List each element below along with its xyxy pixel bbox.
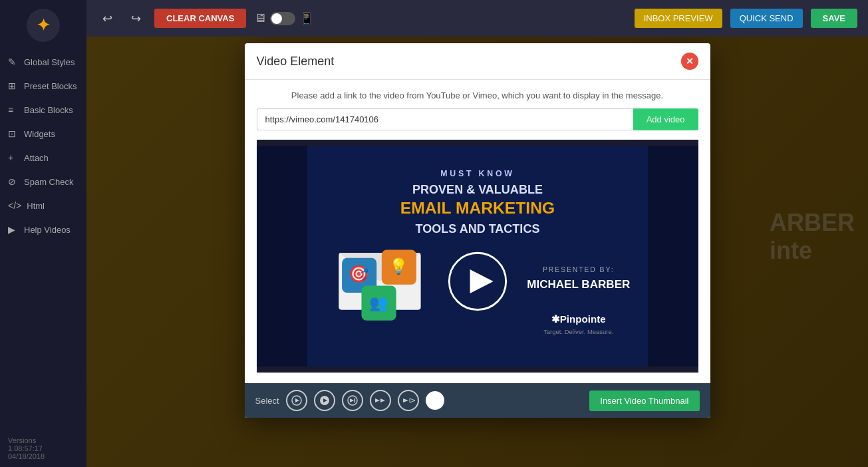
player-btn-3[interactable] (342, 390, 363, 411)
view-toggle: 🖥 📱 (254, 11, 314, 26)
svg-marker-26 (350, 398, 354, 402)
versions-number: 1.08:57:17 04/18/2018 (8, 444, 78, 460)
widget-icon: ⊡ (8, 128, 19, 139)
logo-icon: ✦ (27, 9, 60, 42)
modal-overlay: Video Element ✕ Please add a link to the… (86, 37, 868, 467)
select-label: Select (255, 396, 279, 406)
logo: ✦ (0, 0, 86, 50)
sidebar-item-label: Html (27, 201, 45, 211)
video-element-modal: Video Element ✕ Please add a link to the… (245, 43, 710, 418)
svg-text:Target. Deliver. Measure.: Target. Deliver. Measure. (543, 328, 613, 335)
svg-marker-28 (375, 398, 380, 402)
svg-text:👥: 👥 (369, 293, 388, 312)
svg-text:TOOLS AND TACTICS: TOOLS AND TACTICS (415, 222, 539, 235)
svg-marker-22 (295, 398, 299, 402)
svg-text:✱Pinpointe: ✱Pinpointe (551, 313, 605, 325)
modal-body: Please add a link to the video from YouT… (245, 80, 710, 383)
attach-icon: + (8, 152, 19, 163)
modal-close-button[interactable]: ✕ (681, 53, 698, 70)
sidebar-item-label: Attach (24, 153, 49, 163)
svg-text:PRESENTED BY:: PRESENTED BY: (543, 266, 614, 273)
player-btn-4[interactable] (370, 390, 391, 411)
sidebar-item-label: Basic Blocks (24, 105, 73, 115)
player-circle[interactable] (426, 391, 444, 410)
svg-text:💡: 💡 (389, 257, 408, 275)
sidebar-item-label: Widgets (24, 129, 55, 139)
svg-text:PROVEN & VALUABLE: PROVEN & VALUABLE (412, 183, 543, 196)
list-icon: ≡ (8, 104, 19, 115)
modal-title: Video Element (257, 55, 335, 69)
add-video-button[interactable]: Add video (633, 108, 698, 130)
paint-icon: ✎ (8, 57, 19, 67)
toggle-knob (271, 13, 282, 24)
inbox-preview-button[interactable]: INBOX PREVIEW (635, 9, 722, 28)
svg-text:🎯: 🎯 (349, 264, 369, 284)
sidebar-item-attach[interactable]: + Attach (0, 146, 86, 170)
redo-button[interactable]: ↪ (126, 9, 146, 29)
desktop-icon[interactable]: 🖥 (254, 11, 266, 25)
versions-section: Versions 1.08:57:17 04/18/2018 (0, 430, 86, 467)
grid-icon: ⊞ (8, 80, 19, 91)
svg-text:MUST KNOW: MUST KNOW (440, 169, 515, 178)
canvas-area: ARBER inte Video Element ✕ Please add a … (86, 37, 868, 467)
modal-header: Video Element ✕ (245, 43, 710, 80)
sidebar-item-spam-check[interactable]: ⊘ Spam Check (0, 170, 86, 194)
video-icon: ▶ (8, 224, 19, 235)
video-url-input[interactable] (257, 108, 633, 130)
save-button[interactable]: SAVE (811, 9, 857, 28)
svg-rect-2 (648, 146, 698, 367)
sidebar-item-help-videos[interactable]: ▶ Help Videos (0, 218, 86, 241)
clear-canvas-button[interactable]: CLEAR CANVAS (154, 9, 246, 28)
topbar: ↩ ↪ CLEAR CANVAS 🖥 📱 INBOX PREVIEW QUICK… (86, 0, 868, 37)
sidebar-item-html[interactable]: </> Html (0, 194, 86, 218)
sidebar-item-label: Global Styles (24, 57, 75, 67)
modal-bottom-bar: Select (245, 383, 710, 418)
svg-marker-30 (403, 398, 408, 402)
svg-text:MICHAEL BARBER: MICHAEL BARBER (527, 278, 630, 291)
svg-marker-31 (410, 398, 415, 402)
quick-send-button[interactable]: QUICK SEND (730, 9, 803, 28)
toggle-switch[interactable] (270, 12, 295, 25)
mobile-icon[interactable]: 📱 (299, 11, 314, 26)
sidebar-item-label: Spam Check (24, 177, 73, 187)
sidebar: ✦ ✎ Global Styles ⊞ Preset Blocks ≡ Basi… (0, 0, 86, 467)
sidebar-item-global-styles[interactable]: ✎ Global Styles (0, 50, 86, 74)
svg-text:EMAIL MARKETING: EMAIL MARKETING (400, 199, 554, 217)
undo-button[interactable]: ↩ (97, 9, 118, 29)
sidebar-item-widgets[interactable]: ⊡ Widgets (0, 122, 86, 146)
video-preview: MUST KNOW PROVEN & VALUABLE EMAIL MARKET… (257, 140, 698, 373)
sidebar-item-label: Help Videos (24, 225, 71, 235)
spam-icon: ⊘ (8, 176, 19, 187)
modal-description: Please add a link to the video from YouT… (257, 90, 698, 100)
sidebar-item-preset-blocks[interactable]: ⊞ Preset Blocks (0, 74, 86, 98)
player-btn-1[interactable] (286, 390, 307, 411)
svg-rect-0 (257, 146, 698, 367)
svg-marker-29 (380, 398, 385, 402)
url-row: Add video (257, 108, 698, 130)
svg-rect-1 (257, 146, 307, 367)
player-btn-5[interactable] (398, 390, 419, 411)
sidebar-item-basic-blocks[interactable]: ≡ Basic Blocks (0, 98, 86, 122)
versions-label: Versions (8, 436, 78, 444)
player-btn-2[interactable] (314, 390, 335, 411)
code-icon: </> (8, 200, 21, 211)
sidebar-item-label: Preset Blocks (24, 81, 76, 91)
insert-video-thumbnail-button[interactable]: Insert Video Thumbnail (589, 390, 699, 411)
